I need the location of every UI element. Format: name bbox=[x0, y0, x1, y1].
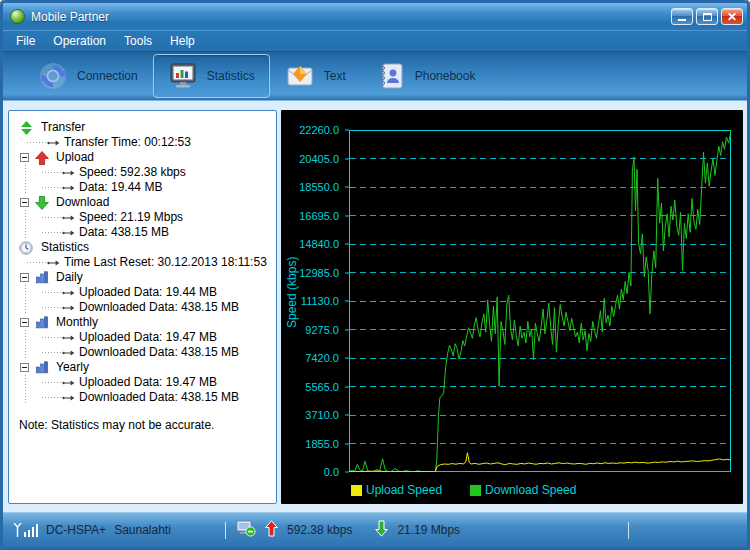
status-separator bbox=[225, 522, 226, 539]
download-speed-value: 21.19 Mbps bbox=[397, 523, 460, 537]
tree-item-label: Speed: 592.38 kbps bbox=[79, 165, 186, 180]
leaf-arrow-icon bbox=[62, 394, 75, 402]
tree-connector bbox=[27, 262, 47, 263]
tree-item-label: Data: 438.15 MB bbox=[79, 225, 169, 240]
tree-expander[interactable] bbox=[20, 273, 29, 282]
toolbar: Connection Statistics bbox=[3, 51, 747, 101]
toolbar-item-connection[interactable]: Connection bbox=[23, 54, 153, 98]
tree-guide bbox=[25, 300, 26, 315]
y-tick-label: 22260.0 bbox=[299, 124, 339, 136]
upload-icon bbox=[34, 151, 50, 165]
tree-guide bbox=[25, 390, 26, 405]
tree-expander[interactable] bbox=[20, 363, 29, 372]
y-axis-ticks: 0.01855.03710.05565.07420.09275.011130.0… bbox=[281, 130, 345, 472]
legend-item-upload-speed: Upload Speed bbox=[351, 483, 442, 497]
speed-chart bbox=[349, 130, 731, 472]
toolbar-label-connection: Connection bbox=[77, 69, 138, 83]
tree-item-uploaded-data[interactable]: Uploaded Data: 19.44 MB bbox=[9, 285, 276, 300]
tree-item-daily[interactable]: Daily bbox=[9, 270, 276, 285]
tree-item-data[interactable]: Data: 438.15 MB bbox=[9, 225, 276, 240]
upload-speed-line bbox=[349, 453, 731, 472]
menu-item-help[interactable]: Help bbox=[161, 34, 204, 48]
legend-swatch bbox=[470, 485, 481, 496]
statistics-note: Note: Statistics may not be accurate. bbox=[9, 418, 276, 432]
minimize-button[interactable] bbox=[671, 8, 693, 25]
tree-item-downloaded-data[interactable]: Downloaded Data: 438.15 MB bbox=[9, 345, 276, 360]
tree-connector bbox=[42, 337, 62, 338]
tree-item-data[interactable]: Data: 19.44 MB bbox=[9, 180, 276, 195]
statistics-tree-panel: TransferTransfer Time: 00:12:53UploadSpe… bbox=[8, 110, 277, 504]
leaf-arrow-icon bbox=[62, 289, 75, 297]
signal-strength-icon bbox=[13, 523, 38, 537]
tree-item-label: Downloaded Data: 438.15 MB bbox=[79, 345, 239, 360]
tree-connector bbox=[42, 232, 62, 233]
upload-arrow-icon bbox=[265, 520, 278, 540]
tree-item-label: Downloaded Data: 438.15 MB bbox=[79, 390, 239, 405]
y-tick-label: 9275.0 bbox=[305, 324, 339, 336]
tree-item-uploaded-data[interactable]: Uploaded Data: 19.47 MB bbox=[9, 375, 276, 390]
chart-icon bbox=[34, 361, 50, 375]
tree-item-yearly[interactable]: Yearly bbox=[9, 360, 276, 375]
window-title: Mobile Partner bbox=[31, 10, 671, 24]
y-tick-label: 0.0 bbox=[324, 466, 339, 478]
toolbar-label-statistics: Statistics bbox=[207, 69, 255, 83]
tree-item-downloaded-data[interactable]: Downloaded Data: 438.15 MB bbox=[9, 390, 276, 405]
tree-expander[interactable] bbox=[20, 153, 29, 162]
tree-item-label: Data: 19.44 MB bbox=[79, 180, 162, 195]
leaf-arrow-icon bbox=[62, 169, 75, 177]
status-bar: DC-HSPA+ Saunalahti 592.38 kbps 21 bbox=[3, 512, 747, 547]
status-separator-right bbox=[628, 522, 629, 539]
menu-item-operation[interactable]: Operation bbox=[44, 34, 115, 48]
leaf-arrow-icon bbox=[62, 229, 75, 237]
y-tick-label: 7420.0 bbox=[305, 352, 339, 364]
tree-item-label: Daily bbox=[56, 270, 83, 285]
y-tick-label: 14840.0 bbox=[299, 238, 339, 250]
tree-item-speed[interactable]: Speed: 21.19 Mbps bbox=[9, 210, 276, 225]
toolbar-item-phonebook[interactable]: Phonebook bbox=[361, 54, 491, 98]
leaf-arrow-icon bbox=[62, 214, 75, 222]
legend-label: Upload Speed bbox=[366, 483, 442, 497]
tree-item-transfer-time[interactable]: Transfer Time: 00:12:53 bbox=[9, 135, 276, 150]
tree-item-speed[interactable]: Speed: 592.38 kbps bbox=[9, 165, 276, 180]
tree-item-label: Speed: 21.19 Mbps bbox=[79, 210, 183, 225]
tree-item-download[interactable]: Download bbox=[9, 195, 276, 210]
y-tick-label: 20405.0 bbox=[299, 153, 339, 165]
tree-item-monthly[interactable]: Monthly bbox=[9, 315, 276, 330]
y-tick-label: 16695.0 bbox=[299, 210, 339, 222]
tree-item-label: Downloaded Data: 438.15 MB bbox=[79, 300, 239, 315]
toolbar-label-text: Text bbox=[324, 69, 346, 83]
toolbar-item-text[interactable]: Text bbox=[270, 54, 361, 98]
chart-legend: Upload SpeedDownload Speed bbox=[351, 483, 576, 497]
close-button[interactable]: ✕ bbox=[721, 8, 743, 25]
tree-connector bbox=[42, 352, 62, 353]
tree-item-time-last-reset[interactable]: Time Last Reset: 30.12.2013 18:11:53 bbox=[9, 255, 276, 270]
tree-item-label: Time Last Reset: 30.12.2013 18:11:53 bbox=[64, 255, 267, 270]
tree-expander[interactable] bbox=[20, 318, 29, 327]
tree-item-downloaded-data[interactable]: Downloaded Data: 438.15 MB bbox=[9, 300, 276, 315]
toolbar-label-phonebook: Phonebook bbox=[415, 69, 476, 83]
tree-connector bbox=[42, 217, 62, 218]
upload-speed-value: 592.38 kbps bbox=[287, 523, 352, 537]
speed-chart-panel: Speed (kbps) 0.01855.03710.05565.07420.0… bbox=[281, 110, 743, 504]
tree-guide bbox=[25, 210, 26, 225]
phonebook-icon bbox=[376, 61, 406, 91]
tree-item-label: Uploaded Data: 19.47 MB bbox=[79, 330, 217, 345]
tree-item-label: Transfer bbox=[41, 120, 85, 135]
menu-item-tools[interactable]: Tools bbox=[115, 34, 161, 48]
tree-guide bbox=[25, 225, 26, 240]
tree-item-upload[interactable]: Upload bbox=[9, 150, 276, 165]
maximize-button[interactable] bbox=[696, 8, 718, 25]
tree-item-statistics[interactable]: Statistics bbox=[9, 240, 276, 255]
tree-guide bbox=[25, 375, 26, 390]
legend-item-download-speed: Download Speed bbox=[470, 483, 576, 497]
leaf-arrow-icon bbox=[62, 379, 75, 387]
tree-item-uploaded-data[interactable]: Uploaded Data: 19.47 MB bbox=[9, 330, 276, 345]
tree-connector bbox=[27, 142, 47, 143]
tree-expander[interactable] bbox=[20, 198, 29, 207]
tree-item-transfer[interactable]: Transfer bbox=[9, 120, 276, 135]
toolbar-item-statistics[interactable]: Statistics bbox=[153, 54, 270, 98]
title-bar: Mobile Partner ✕ bbox=[3, 3, 747, 30]
menu-item-file[interactable]: File bbox=[7, 34, 44, 48]
menu-bar: File Operation Tools Help bbox=[3, 30, 747, 51]
tree-guide bbox=[25, 345, 26, 360]
